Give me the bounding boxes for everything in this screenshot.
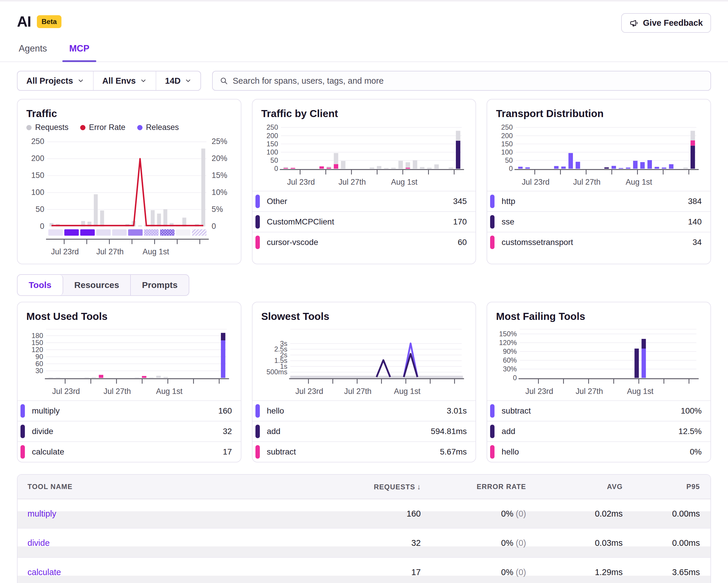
table-row[interactable]: calculate 17 0% (0) 1.29ms 3.65ms <box>18 558 710 583</box>
list-item[interactable]: add 12.5% <box>487 421 710 441</box>
svg-text:Jul 23rd: Jul 23rd <box>51 247 79 256</box>
list-item[interactable]: cursor-vscode 60 <box>253 232 476 252</box>
projects-filter-label: All Projects <box>26 76 73 86</box>
svg-text:10%: 10% <box>212 188 227 197</box>
series-chip <box>490 236 494 249</box>
series-value: 140 <box>688 217 702 227</box>
requests-cell: 17 <box>327 567 421 577</box>
svg-text:Jul 23rd: Jul 23rd <box>52 387 80 396</box>
svg-text:Aug 1st: Aug 1st <box>626 178 652 186</box>
series-label: divide <box>32 427 53 436</box>
sort-desc-icon: ↓ <box>417 482 421 491</box>
series-label: CustomMCPClient <box>267 217 334 227</box>
svg-text:250: 250 <box>266 123 278 131</box>
svg-text:15%: 15% <box>212 171 227 180</box>
tool-link[interactable]: multiply <box>18 509 327 518</box>
transport-distribution-card: Transport Distribution 050100150200250Ju… <box>487 99 711 264</box>
avg-cell: 0.02ms <box>526 509 623 518</box>
list-item[interactable]: hello 3.01s <box>253 400 476 421</box>
error-rate-dot <box>80 125 85 130</box>
p95-cell: 0.00ms <box>623 538 710 548</box>
list-item[interactable]: Other 345 <box>253 191 476 211</box>
search-bar[interactable] <box>212 71 711 91</box>
svg-text:50: 50 <box>270 156 278 164</box>
series-value: 594.81ms <box>431 427 467 436</box>
list-item[interactable]: subtract 5.67ms <box>253 441 476 462</box>
svg-text:0: 0 <box>212 222 216 231</box>
slowest-tools-card: Slowest Tools 500ms1s1.5s2s2.5s3sJul 23r… <box>252 302 476 462</box>
series-label: add <box>267 427 281 436</box>
col-requests[interactable]: Requests↓ <box>327 482 421 491</box>
chevron-down-icon <box>140 77 147 84</box>
list-item[interactable]: multiply 160 <box>18 400 241 421</box>
traffic-card: Traffic Requests Error Rate Releases 050… <box>17 99 241 264</box>
table-row[interactable]: divide 32 0% (0) 0.03ms 0.00ms <box>18 529 710 558</box>
series-value: 32 <box>223 427 232 436</box>
brand: AI Beta <box>17 13 61 30</box>
tab-tools[interactable]: Tools <box>18 275 63 295</box>
svg-text:0: 0 <box>40 222 44 231</box>
search-input[interactable] <box>233 76 703 86</box>
svg-text:60%: 60% <box>503 356 517 364</box>
series-label: hello <box>267 406 284 415</box>
col-avg[interactable]: Avg <box>526 483 623 491</box>
envs-filter-dropdown[interactable]: All Envs <box>94 71 156 90</box>
filter-segmented-control: All Projects All Envs 14D <box>17 71 201 91</box>
projects-filter-dropdown[interactable]: All Projects <box>18 71 94 90</box>
tab-resources[interactable]: Resources <box>63 275 131 295</box>
give-feedback-button[interactable]: Give Feedback <box>621 13 711 33</box>
releases-dot <box>137 125 142 130</box>
series-label: hello <box>501 447 519 457</box>
svg-text:Jul 27th: Jul 27th <box>96 247 124 256</box>
list-item[interactable]: sse 140 <box>487 211 710 232</box>
date-range-dropdown[interactable]: 14D <box>156 71 201 90</box>
beta-badge: Beta <box>37 15 61 28</box>
svg-text:150: 150 <box>32 339 43 347</box>
table-row[interactable]: multiply 160 0% (0) 0.02ms 0.00ms <box>18 499 710 529</box>
series-value: 0% <box>690 447 702 457</box>
traffic-by-client-chart: 050100150200250Jul 23rdJul 27thAug 1st <box>261 123 467 188</box>
col-error-rate[interactable]: Error Rate <box>421 483 526 491</box>
series-chip <box>256 445 260 459</box>
chart-title: Traffic by Client <box>261 108 467 120</box>
list-item[interactable]: hello 0% <box>487 441 710 462</box>
list-item[interactable]: http 384 <box>487 191 710 211</box>
tool-link[interactable]: calculate <box>18 567 327 577</box>
chart-title: Most Used Tools <box>26 310 232 322</box>
svg-text:250: 250 <box>501 123 513 131</box>
series-chip <box>256 404 260 417</box>
svg-text:250: 250 <box>31 137 45 146</box>
list-item[interactable]: add 594.81ms <box>253 421 476 441</box>
list-item[interactable]: divide 32 <box>18 421 241 441</box>
chart-title: Most Failing Tools <box>496 310 702 322</box>
col-p95[interactable]: P95 <box>623 483 710 491</box>
error-count: (0) <box>516 567 526 577</box>
tab-mcp[interactable]: MCP <box>68 36 91 61</box>
series-chip <box>490 195 494 208</box>
most-failing-tools-chart: 030%60%90%120%150%Jul 23rdJul 27thAug 1s… <box>496 326 702 398</box>
series-label: Other <box>267 197 287 206</box>
list-item[interactable]: calculate 17 <box>18 441 241 462</box>
col-requests-label: Requests <box>374 483 415 491</box>
list-item[interactable]: CustomMCPClient 170 <box>253 211 476 232</box>
svg-text:30%: 30% <box>503 365 517 373</box>
list-item[interactable]: customssetransport 34 <box>487 232 710 252</box>
series-chip <box>256 215 260 229</box>
svg-text:3s: 3s <box>280 339 287 347</box>
col-tool-name[interactable]: Tool Name <box>18 483 327 491</box>
p95-cell: 3.65ms <box>623 567 710 577</box>
envs-filter-label: All Envs <box>102 76 136 86</box>
series-label: http <box>501 197 515 206</box>
series-chip <box>21 425 25 438</box>
tab-agents[interactable]: Agents <box>17 36 49 61</box>
series-chip <box>490 425 494 438</box>
tab-prompts[interactable]: Prompts <box>131 275 189 295</box>
error-rate-cell: 0% (0) <box>421 509 526 518</box>
svg-text:150: 150 <box>501 140 513 148</box>
list-item[interactable]: subtract 100% <box>487 400 710 421</box>
series-label: customssetransport <box>501 238 573 247</box>
svg-text:Jul 27th: Jul 27th <box>338 178 366 186</box>
series-label: subtract <box>267 447 296 457</box>
tool-link[interactable]: divide <box>18 538 327 548</box>
series-chip <box>256 425 260 438</box>
